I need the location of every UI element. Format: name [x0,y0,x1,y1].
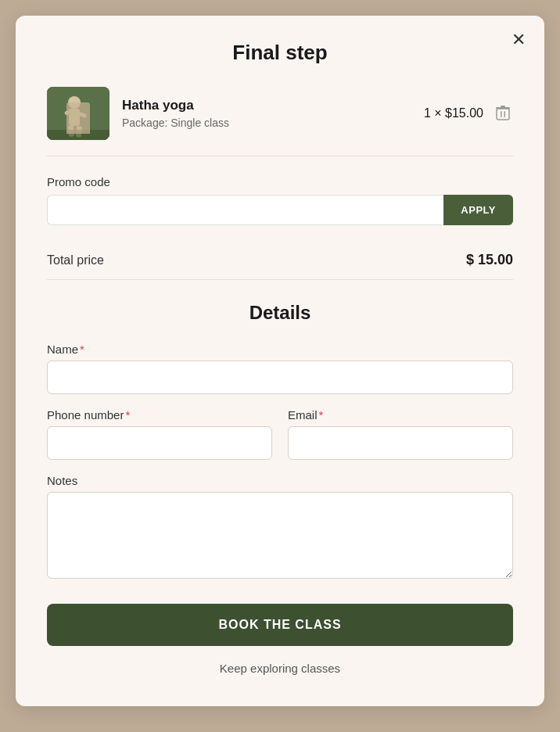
notes-label: Notes [47,474,513,487]
email-input[interactable] [288,426,513,460]
item-row: Hatha yoga Package: Single class 1 × $15… [47,87,513,156]
apply-button[interactable]: APPLY [443,195,513,225]
svg-rect-4 [78,112,87,118]
promo-input[interactable] [47,195,443,225]
item-package: Package: Single class [122,117,411,129]
details-title: Details [47,302,513,324]
item-name: Hatha yoga [122,98,411,113]
total-price: $ 15.00 [466,252,513,268]
item-image [47,87,109,140]
phone-input[interactable] [47,426,272,460]
keep-exploring-button[interactable]: Keep exploring classes [47,658,513,678]
name-label: Name* [47,343,513,356]
modal-overlay: ✕ Final step [0,0,560,732]
modal-container: ✕ Final step [16,16,544,706]
svg-rect-9 [501,111,502,117]
modal-title: Final step [47,41,513,65]
svg-point-1 [68,96,81,109]
email-field-group: Email* [288,408,513,460]
notes-textarea[interactable] [47,492,513,579]
svg-rect-11 [496,107,510,109]
total-label: Total price [47,253,104,267]
svg-rect-12 [501,106,505,107]
close-button[interactable]: ✕ [508,28,529,52]
svg-rect-8 [497,109,509,120]
notes-field-group: Notes [47,474,513,582]
phone-field-group: Phone number* [47,408,272,460]
svg-rect-7 [47,130,109,140]
name-input[interactable] [47,361,513,394]
email-required: * [319,408,324,422]
phone-email-row: Phone number* Email* [47,408,513,460]
book-button[interactable]: BOOK THE CLASS [47,604,513,646]
item-info: Hatha yoga Package: Single class [122,98,411,129]
name-field-group: Name* [47,343,513,394]
item-image-placeholder [47,87,109,140]
item-price-row: 1 × $15.00 [424,102,513,126]
delete-item-button[interactable] [493,102,513,126]
name-required: * [80,343,84,356]
item-quantity-price: 1 × $15.00 [424,106,483,120]
email-label: Email* [288,408,513,422]
phone-required: * [125,408,130,422]
svg-rect-2 [69,109,80,126]
svg-rect-10 [504,111,506,117]
promo-row: APPLY [47,195,513,225]
promo-label: Promo code [47,175,513,188]
promo-section: Promo code APPLY [47,175,513,225]
total-row: Total price $ 15.00 [47,241,513,280]
phone-label: Phone number* [47,408,272,422]
